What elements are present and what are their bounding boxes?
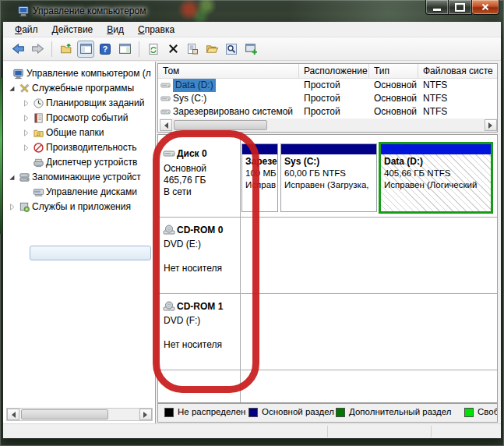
scroll-left-button[interactable] xyxy=(7,409,19,420)
column-header-layout[interactable]: Расположение xyxy=(299,64,369,78)
tree-collapsed-icon[interactable] xyxy=(21,128,31,138)
open-button[interactable] xyxy=(203,41,220,58)
legend-label: Не распределен xyxy=(178,407,245,416)
help-button[interactable] xyxy=(97,41,114,58)
sidebar-horizontal-scrollbar[interactable] xyxy=(6,408,153,421)
menu-file[interactable]: Файл xyxy=(8,23,45,37)
sidebar-item-label: Запоминающие устройст xyxy=(32,172,141,182)
scroll-right-button[interactable] xyxy=(139,409,152,420)
forward-button[interactable] xyxy=(29,41,46,58)
volume-row-data[interactable]: Data (D:) Простой Основной NTFS xyxy=(158,79,498,92)
minimize-icon xyxy=(433,9,441,11)
column-header-volume[interactable]: Том xyxy=(158,64,299,78)
volume-layout: Простой xyxy=(304,105,369,119)
computer-icon xyxy=(12,68,24,80)
volume-icon xyxy=(160,94,171,104)
partition-sys-c[interactable]: Sys (C:) 60,00 ГБ NTFS Исправен (Загрузк… xyxy=(280,143,377,212)
tree-collapsed-icon[interactable] xyxy=(21,98,31,108)
storage-icon xyxy=(19,172,30,183)
volume-type: Основной xyxy=(374,92,418,105)
menu-help-label: Справка xyxy=(138,24,174,35)
computer-management-window: Управление компьютером Файл Действие Вид… xyxy=(0,0,504,446)
partition-name: Sys (C:) xyxy=(284,156,373,168)
delete-icon xyxy=(167,43,179,55)
tree-expanded-icon[interactable] xyxy=(7,83,17,94)
console-window-button[interactable] xyxy=(77,41,94,58)
scroll-left-icon xyxy=(9,412,16,418)
partition-data-d-selected[interactable]: Data (D:) 405,66 ГБ NTFS Исправен (Логич… xyxy=(379,142,493,214)
volume-name: Зарезервировано системой xyxy=(173,105,293,119)
legend-label: Основной раздел xyxy=(262,407,334,416)
close-button[interactable] xyxy=(472,0,499,15)
delete-button[interactable] xyxy=(164,41,182,58)
scrollbar-thumb[interactable] xyxy=(21,409,108,419)
menu-help[interactable]: Справка xyxy=(131,23,182,37)
menu-action[interactable]: Действие xyxy=(45,23,100,37)
minimize-button[interactable] xyxy=(425,0,449,15)
tools-icon xyxy=(19,83,30,94)
sidebar-item-computer-management[interactable]: Управление компьютером (л xyxy=(3,66,156,81)
scroll-right-button[interactable] xyxy=(485,119,497,131)
maximize-button[interactable] xyxy=(449,0,472,15)
sidebar-item-label: Служебные программы xyxy=(32,83,134,94)
back-icon xyxy=(12,42,25,55)
volume-fs: NTFS xyxy=(423,105,497,119)
partition-status: Исправен (Логический xyxy=(384,179,488,191)
action-pane-button[interactable] xyxy=(116,41,133,58)
column-header-filesystem[interactable]: Файловая систе xyxy=(418,64,498,78)
volume-type: Основной xyxy=(374,105,418,119)
column-header-type[interactable]: Тип xyxy=(369,64,418,78)
sidebar-item-label: Просмотр событий xyxy=(46,112,128,123)
status-separator xyxy=(431,426,432,437)
menu-view-label: Вид xyxy=(107,24,124,35)
partition-size: 405,66 ГБ NTFS xyxy=(384,168,488,179)
sidebar-item-event-viewer[interactable]: Просмотр событий xyxy=(3,111,156,126)
help-icon xyxy=(99,43,111,55)
open-icon xyxy=(206,42,219,55)
refresh-icon xyxy=(147,43,160,55)
volume-name: Sys (C:) xyxy=(173,92,206,105)
sidebar-item-disk-management[interactable]: Управление дисками xyxy=(3,185,156,200)
properties-button[interactable] xyxy=(184,41,201,58)
back-button[interactable] xyxy=(9,41,26,58)
toolbar-separator xyxy=(51,41,52,57)
scrollbar-thumb[interactable] xyxy=(174,120,267,130)
title-bar[interactable]: Управление компьютером xyxy=(0,0,504,22)
volume-fs: NTFS xyxy=(423,92,497,105)
console-window-icon xyxy=(79,42,93,55)
volume-layout: Простой xyxy=(304,79,369,92)
volume-row-reserved[interactable]: Зарезервировано системой Простой Основно… xyxy=(158,105,498,119)
red-annotation-box xyxy=(153,130,259,393)
volume-layout: Простой xyxy=(304,92,369,105)
sidebar-item-shared-folders[interactable]: Общие папки xyxy=(3,126,156,140)
clock-icon xyxy=(33,97,44,109)
sidebar-item-services-apps[interactable]: Службы и приложения xyxy=(3,200,156,214)
volume-row-sys[interactable]: Sys (C:) Простой Основной NTFS xyxy=(158,92,498,105)
find-button[interactable] xyxy=(223,41,240,58)
sidebar-item-performance[interactable]: Производительность xyxy=(3,140,156,155)
status-separator xyxy=(327,426,328,437)
legend-swatch-free xyxy=(464,408,474,417)
sidebar-item-label: Диспетчер устройств xyxy=(46,157,137,168)
partition-status: Исправен (Загрузка, xyxy=(284,179,373,191)
sidebar-item-device-manager[interactable]: Диспетчер устройств xyxy=(3,155,156,170)
manage-icon xyxy=(245,42,258,55)
menu-bar: Файл Действие Вид Справка xyxy=(3,22,501,37)
tree-collapsed-icon[interactable] xyxy=(21,143,31,153)
scroll-left-button[interactable] xyxy=(160,119,172,131)
tree-collapsed-icon[interactable] xyxy=(7,202,17,212)
sidebar-item-storage[interactable]: Запоминающие устройст xyxy=(3,170,156,185)
sidebar-item-system-tools[interactable]: Служебные программы xyxy=(3,81,156,96)
refresh-button[interactable] xyxy=(145,41,162,58)
partition-color-bar xyxy=(281,144,376,154)
sidebar-item-task-scheduler[interactable]: Планировщик заданий xyxy=(3,96,156,111)
tree-collapsed-icon[interactable] xyxy=(21,113,31,123)
sidebar-item-label: Производительность xyxy=(46,142,136,153)
desktop-glow xyxy=(0,78,2,234)
disk-management-icon xyxy=(33,186,44,198)
forward-icon xyxy=(31,42,44,55)
show-console-tree-button[interactable] xyxy=(58,41,75,58)
manage-button[interactable] xyxy=(242,41,259,58)
tree-expanded-icon[interactable] xyxy=(7,172,17,182)
menu-view[interactable]: Вид xyxy=(100,23,131,37)
